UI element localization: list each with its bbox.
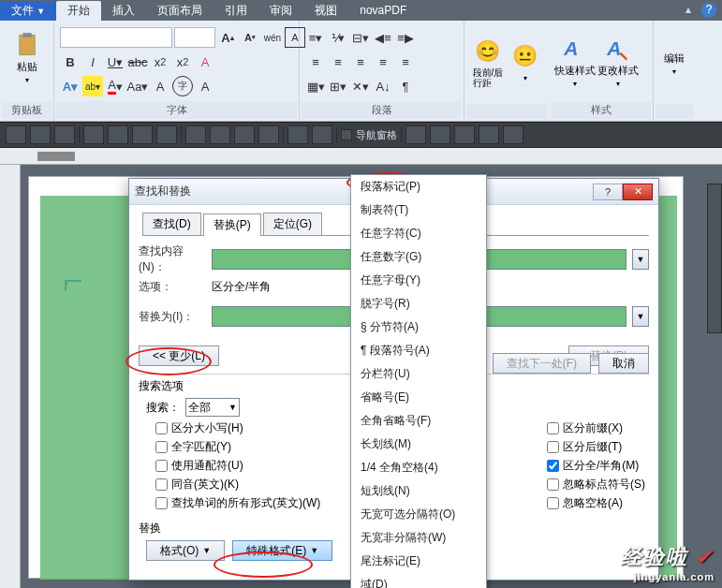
bullets-icon[interactable]: ≡▾ (305, 27, 326, 48)
tb-btn[interactable] (258, 125, 279, 144)
tb-btn[interactable] (287, 125, 308, 144)
tb-btn[interactable] (454, 125, 475, 144)
tb-btn[interactable] (83, 125, 104, 144)
increase-indent-icon[interactable]: ≡▶ (395, 27, 416, 48)
show-marks-icon[interactable]: ¶ (395, 76, 416, 96)
menu-item-full-ellipsis[interactable]: 全角省略号(F) (351, 409, 486, 433)
tb-btn[interactable] (405, 125, 426, 144)
tab-layout[interactable]: 页面布局 (146, 1, 214, 21)
check-suffix[interactable]: 区分后缀(T) (547, 439, 645, 455)
menu-item-emdash[interactable]: 长划线(M) (351, 433, 486, 456)
format-button[interactable]: 格式(O) ▼ (146, 540, 225, 561)
menu-item-para[interactable]: ¶ 段落符号(A) (351, 339, 486, 362)
tb-btn[interactable] (108, 125, 128, 144)
help-icon[interactable]: ? (701, 3, 716, 18)
menu-item-tab[interactable]: 制表符(T) (351, 198, 486, 222)
spacing-button[interactable]: 😊 段前/后行距 (470, 30, 506, 97)
quick-styles-button[interactable]: A 快速样式 ▾ (554, 28, 596, 96)
find-next-button[interactable]: 查找下一处(F) (493, 353, 591, 374)
tb-btn[interactable] (30, 125, 51, 144)
tb-btn[interactable] (479, 125, 499, 144)
bold-icon[interactable]: B (60, 51, 81, 72)
check-soundslike[interactable]: 同音(英文)(K) (155, 477, 320, 492)
dialog-close-button[interactable]: ✕ (623, 184, 653, 200)
phonetic-icon[interactable]: wén (262, 27, 283, 48)
paste-button[interactable]: 粘贴 ▾ (7, 24, 48, 92)
tab-start[interactable]: 开始 (56, 1, 101, 21)
subscript-icon[interactable]: x2 (150, 51, 170, 72)
tb-btn[interactable] (234, 125, 255, 144)
menu-item-anydigit[interactable]: 任意数字(G) (351, 245, 486, 269)
change-styles-button[interactable]: A 更改样式 ▾ (597, 28, 639, 96)
less-button[interactable]: << 更少(L) (139, 345, 219, 366)
menu-item-paragraph-mark[interactable]: 段落标记(P) (351, 175, 486, 198)
multilevel-icon[interactable]: ⊟▾ (350, 27, 371, 48)
ruler-horizontal[interactable] (0, 148, 722, 165)
enclose-char-icon[interactable]: 字 (172, 76, 193, 96)
align-justify-icon[interactable]: ≡ (373, 51, 393, 72)
check-ignorespace[interactable]: 忽略空格(A) (547, 495, 645, 511)
align-left-icon[interactable]: ≡ (305, 51, 326, 72)
shrink-font-icon[interactable]: A▾ (240, 27, 260, 48)
shading-icon[interactable]: ▦▾ (305, 76, 326, 96)
menu-item-anychar[interactable]: 任意字符(C) (351, 222, 486, 245)
menu-item-quarter-em[interactable]: 1/4 全角空格(4) (351, 456, 486, 479)
align-center-icon[interactable]: ≡ (328, 51, 348, 72)
replace-dropdown[interactable]: ▼ (632, 306, 649, 327)
tab-review[interactable]: 审阅 (258, 1, 303, 21)
check-wholeword[interactable]: 全字匹配(Y) (155, 439, 320, 455)
find-dropdown[interactable]: ▼ (632, 249, 649, 270)
menu-item-zwobreak[interactable]: 无宽可选分隔符(O) (351, 503, 486, 526)
menu-item-column[interactable]: 分栏符(U) (351, 362, 486, 386)
minimize-ribbon-icon[interactable]: ▴ (681, 3, 696, 18)
editing-button[interactable]: 编辑 ▾ (659, 30, 689, 97)
tab-insert[interactable]: 插入 (101, 1, 146, 21)
tb-btn[interactable] (6, 125, 26, 144)
menu-item-field[interactable]: 域(D) (351, 573, 486, 588)
tb-btn[interactable] (132, 125, 153, 144)
highlight-icon[interactable]: ab▾ (82, 76, 103, 96)
superscript-icon[interactable]: x2 (172, 51, 193, 72)
menu-item-caret[interactable]: 脱字号(R) (351, 292, 486, 316)
tb-btn[interactable] (503, 125, 523, 144)
change-case-icon[interactable]: Aa▾ (127, 76, 148, 96)
tab-find[interactable]: 查找(D) (142, 213, 201, 235)
char-scale-icon[interactable]: A (195, 76, 215, 96)
align-right-icon[interactable]: ≡ (350, 51, 371, 72)
tb-btn[interactable] (430, 125, 450, 144)
tab-replace[interactable]: 替换(P) (203, 213, 261, 236)
char-shading-icon[interactable]: A (150, 76, 170, 96)
tab-goto[interactable]: 定位(G) (263, 213, 322, 235)
tb-btn[interactable] (54, 125, 75, 144)
search-scope-combo[interactable]: 全部 ▼ (185, 398, 240, 417)
menu-item-zwnobreak[interactable]: 无宽非分隔符(W) (351, 526, 486, 550)
check-wildcard[interactable]: 使用通配符(U) (155, 458, 320, 474)
check-ignorepunct[interactable]: 忽略标点符号(S) (547, 477, 645, 492)
decrease-indent-icon[interactable]: ◀≡ (373, 27, 393, 48)
nav-pane-checkbox[interactable] (341, 129, 352, 140)
sort-icon[interactable]: A↓ (373, 76, 393, 96)
tab-novapdf[interactable]: novaPDF (348, 2, 418, 19)
ruler-vertical[interactable] (0, 165, 21, 588)
menu-item-anyletter[interactable]: 任意字母(Y) (351, 269, 486, 292)
grow-font-icon[interactable]: A▴ (217, 27, 238, 48)
underline-icon[interactable]: U▾ (105, 51, 125, 72)
menu-item-ellipsis[interactable]: 省略号(E) (351, 386, 486, 409)
dialog-help-button[interactable]: ? (593, 184, 623, 200)
tb-btn[interactable] (210, 125, 230, 144)
italic-icon[interactable]: I (82, 51, 103, 72)
tab-view[interactable]: 视图 (303, 1, 348, 21)
check-wordforms[interactable]: 查找单词的所有形式(英文)(W) (155, 495, 320, 511)
asian-layout-icon[interactable]: ✕▾ (350, 76, 371, 96)
clear-format-icon[interactable]: A (195, 51, 215, 72)
tb-btn[interactable] (185, 125, 206, 144)
font-color-icon[interactable]: A▾ (105, 76, 125, 96)
text-effects-icon[interactable]: A▾ (60, 76, 81, 96)
menu-item-endash[interactable]: 短划线(N) (351, 479, 486, 503)
check-case[interactable]: 区分大小写(H) (155, 420, 320, 436)
tab-reference[interactable]: 引用 (214, 1, 258, 21)
cancel-button[interactable]: 取消 (598, 353, 649, 374)
special-format-button[interactable]: 特殊格式(E) ▼ (232, 540, 332, 561)
tb-btn[interactable] (312, 125, 332, 144)
tb-btn[interactable] (156, 125, 177, 144)
